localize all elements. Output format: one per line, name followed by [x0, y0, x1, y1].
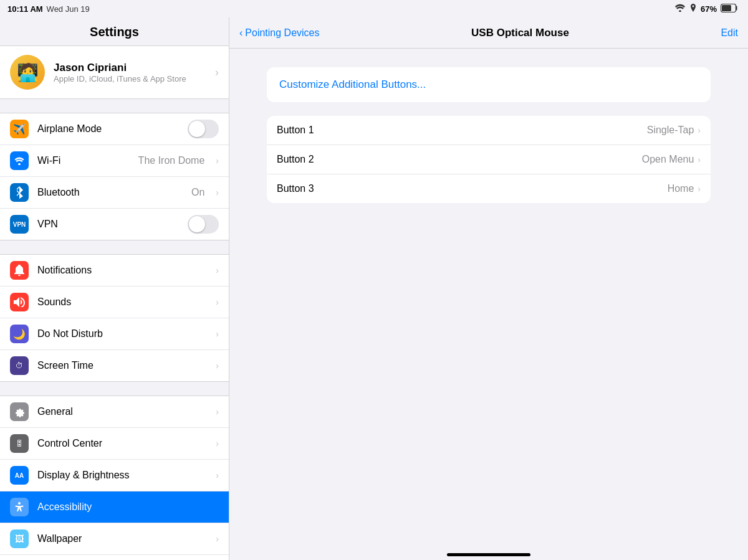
- screentime-icon: ⏱: [10, 356, 29, 375]
- displaybrightness-chevron: ›: [216, 470, 219, 480]
- right-panel: ‹ Pointing Devices USB Optical Mouse Edi…: [229, 17, 748, 560]
- donotdisturb-chevron: ›: [216, 329, 219, 339]
- location-icon: [689, 4, 697, 14]
- home-bar: [447, 553, 530, 556]
- bluetooth-label: Bluetooth: [37, 187, 183, 198]
- vpn-toggle[interactable]: [188, 215, 219, 234]
- bluetooth-chevron: ›: [216, 187, 219, 197]
- nav-title: USB Optical Mouse: [471, 27, 569, 39]
- button-1-row[interactable]: Button 1 Single-Tap ›: [267, 116, 711, 145]
- content-area: Customize Additional Buttons... Button 1…: [229, 49, 748, 547]
- user-profile[interactable]: 🧑‍💻 Jason Cipriani Apple ID, iCloud, iTu…: [0, 45, 229, 99]
- wifi-label: Wi-Fi: [37, 155, 130, 166]
- sounds-chevron: ›: [216, 297, 219, 307]
- vpn-icon: VPN: [10, 215, 29, 234]
- accessibility-icon: [10, 498, 29, 516]
- settings-group-2: Notifications › Sounds › 🌙 Do Not Distur…: [0, 254, 229, 382]
- wifi-row-icon: [10, 151, 29, 170]
- sidebar-item-displaybrightness[interactable]: AA Display & Brightness ›: [0, 460, 229, 491]
- sidebar-item-accessibility[interactable]: Accessibility: [0, 491, 229, 523]
- airplane-icon: ✈️: [10, 120, 29, 138]
- sidebar-item-general[interactable]: General ›: [0, 396, 229, 428]
- general-label: General: [37, 406, 207, 417]
- wifi-icon: [674, 4, 686, 14]
- settings-group-1: ✈️ Airplane Mode Wi-Fi The Iron Dome ›: [0, 113, 229, 240]
- svg-point-5: [18, 502, 21, 505]
- button-3-row[interactable]: Button 3 Home ›: [267, 174, 711, 203]
- button-2-chevron: ›: [698, 154, 701, 164]
- sidebar-item-donotdisturb[interactable]: 🌙 Do Not Disturb ›: [0, 318, 229, 350]
- status-bar: 10:11 AM Wed Jun 19 67%: [0, 0, 748, 17]
- bluetooth-value: On: [191, 187, 204, 198]
- displaybrightness-icon: AA: [10, 466, 29, 485]
- sidebar-item-airplane[interactable]: ✈️ Airplane Mode: [0, 113, 229, 145]
- nav-bar: ‹ Pointing Devices USB Optical Mouse Edi…: [229, 17, 748, 49]
- battery-percentage: 67%: [701, 4, 717, 14]
- user-name: Jason Cipriani: [54, 62, 206, 74]
- screentime-chevron: ›: [216, 361, 219, 371]
- bluetooth-icon: [10, 183, 29, 202]
- controlcenter-label: Control Center: [37, 438, 207, 449]
- notifications-chevron: ›: [216, 265, 219, 275]
- button-3-label: Button 3: [277, 183, 668, 194]
- airplane-toggle[interactable]: [188, 120, 219, 138]
- displaybrightness-label: Display & Brightness: [37, 470, 207, 481]
- wallpaper-icon: 🖼: [10, 529, 29, 548]
- user-subtitle: Apple ID, iCloud, iTunes & App Store: [54, 74, 206, 83]
- notifications-label: Notifications: [37, 265, 207, 276]
- sidebar-item-screentime[interactable]: ⏱ Screen Time ›: [0, 350, 229, 381]
- button-3-chevron: ›: [698, 184, 701, 194]
- svg-rect-2: [722, 5, 731, 11]
- svg-point-0: [679, 10, 681, 12]
- status-time: 10:11 AM: [7, 4, 43, 14]
- status-date: Wed Jun 19: [47, 4, 90, 14]
- sidebar-item-wifi[interactable]: Wi-Fi The Iron Dome ›: [0, 145, 229, 177]
- battery-icon: [721, 4, 738, 14]
- customize-link[interactable]: Customize Additional Buttons...: [279, 78, 426, 90]
- sidebar-item-vpn[interactable]: VPN VPN: [0, 209, 229, 240]
- wallpaper-chevron: ›: [216, 534, 219, 544]
- sidebar-item-notifications[interactable]: Notifications ›: [0, 255, 229, 287]
- button-2-value: Open Menu: [642, 154, 694, 165]
- svg-point-3: [18, 163, 21, 164]
- customize-card: Customize Additional Buttons...: [267, 67, 711, 102]
- controlcenter-icon: 🎛: [10, 434, 29, 453]
- accessibility-label: Accessibility: [37, 501, 219, 513]
- button-2-label: Button 2: [277, 154, 642, 165]
- notifications-icon: [10, 261, 29, 280]
- edit-button[interactable]: Edit: [721, 27, 738, 39]
- donotdisturb-icon: 🌙: [10, 325, 29, 343]
- sidebar-item-bluetooth[interactable]: Bluetooth On ›: [0, 177, 229, 209]
- sidebar-title: Settings: [0, 17, 229, 45]
- general-chevron: ›: [216, 407, 219, 417]
- sidebar-item-sirisearch[interactable]: 🎙 Siri & Search ›: [0, 555, 229, 560]
- back-button[interactable]: ‹ Pointing Devices: [239, 27, 320, 39]
- button-3-value: Home: [668, 183, 694, 194]
- settings-group-3: General › 🎛 Control Center › AA Display …: [0, 396, 229, 560]
- back-label: Pointing Devices: [245, 27, 319, 39]
- sidebar-item-controlcenter[interactable]: 🎛 Control Center ›: [0, 428, 229, 460]
- avatar: 🧑‍💻: [10, 55, 45, 90]
- sounds-label: Sounds: [37, 297, 207, 308]
- user-chevron: ›: [215, 66, 219, 79]
- sidebar: Settings 🧑‍💻 Jason Cipriani Apple ID, iC…: [0, 17, 229, 560]
- airplane-label: Airplane Mode: [37, 123, 179, 135]
- back-chevron-icon: ‹: [239, 27, 242, 39]
- donotdisturb-label: Do Not Disturb: [37, 328, 207, 339]
- wifi-chevron: ›: [216, 156, 219, 166]
- vpn-label: VPN: [37, 219, 179, 230]
- home-indicator: [229, 547, 748, 560]
- buttons-card: Button 1 Single-Tap › Button 2 Open Menu…: [267, 116, 711, 203]
- wallpaper-label: Wallpaper: [37, 533, 207, 544]
- controlcenter-chevron: ›: [216, 439, 219, 448]
- button-1-chevron: ›: [698, 125, 701, 135]
- screentime-label: Screen Time: [37, 360, 207, 371]
- sidebar-item-wallpaper[interactable]: 🖼 Wallpaper ›: [0, 523, 229, 555]
- button-2-row[interactable]: Button 2 Open Menu ›: [267, 145, 711, 174]
- general-icon: [10, 402, 29, 421]
- sidebar-item-sounds[interactable]: Sounds ›: [0, 287, 229, 318]
- button-1-label: Button 1: [277, 125, 647, 136]
- wifi-value: The Iron Dome: [138, 155, 205, 166]
- button-1-value: Single-Tap: [647, 125, 694, 136]
- sounds-icon: [10, 293, 29, 311]
